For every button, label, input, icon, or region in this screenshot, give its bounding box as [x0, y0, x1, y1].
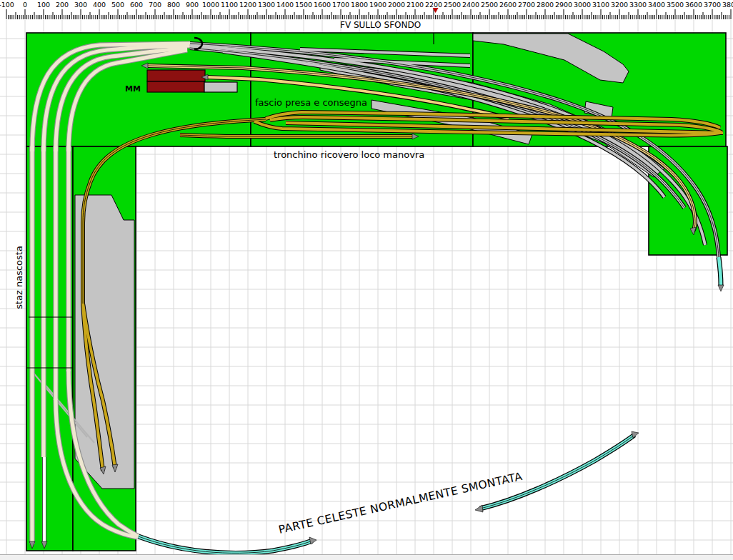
svg-text:200: 200	[56, 1, 69, 9]
svg-text:3100: 3100	[592, 1, 609, 9]
svg-text:2700: 2700	[518, 1, 535, 9]
svg-text:600: 600	[130, 1, 143, 9]
engine-shed-building-2[interactable]	[147, 81, 204, 92]
svg-text:3600: 3600	[685, 1, 702, 9]
svg-text:1800: 1800	[351, 1, 368, 9]
svg-text:2000: 2000	[388, 1, 405, 9]
svg-text:1600: 1600	[314, 1, 331, 9]
svg-text:2600: 2600	[499, 1, 517, 9]
svg-text:1500: 1500	[295, 1, 312, 9]
svg-text:1000: 1000	[202, 1, 219, 9]
label-pickup-delivery-yard[interactable]: fascio presa e consegna	[255, 97, 367, 108]
svg-text:2500: 2500	[481, 1, 498, 9]
svg-text:400: 400	[93, 1, 106, 9]
svg-text:1700: 1700	[332, 1, 349, 9]
svg-text:2100: 2100	[407, 1, 424, 9]
svg-text:1900: 1900	[369, 1, 387, 9]
svg-text:1400: 1400	[276, 1, 294, 9]
pickup-delivery-yard-tracks[interactable]	[83, 112, 723, 471]
svg-text:500: 500	[111, 1, 124, 9]
svg-text:300: 300	[74, 1, 87, 9]
layout-drawing[interactable]: -100010020030040050060070080090010001100…	[0, 0, 733, 560]
svg-text:2400: 2400	[462, 1, 479, 9]
svg-text:-100: -100	[0, 1, 14, 9]
svg-text:3300: 3300	[629, 1, 647, 9]
svg-text:3200: 3200	[611, 1, 628, 9]
svg-text:700: 700	[149, 1, 161, 9]
svg-text:3500: 3500	[667, 1, 684, 9]
label-hidden-station[interactable]: staz nascosta	[14, 245, 24, 311]
status-bar	[0, 554, 733, 560]
svg-text:1200: 1200	[239, 1, 256, 9]
track-planner-canvas[interactable]: -100010020030040050060070080090010001100…	[0, 0, 733, 560]
svg-text:3400: 3400	[648, 1, 665, 9]
platform-building[interactable]	[204, 82, 237, 92]
svg-text:3800: 3800	[722, 1, 733, 9]
svg-text:2500: 2500	[444, 1, 461, 9]
svg-text:3000: 3000	[574, 1, 591, 9]
label-loco-stub-track[interactable]: tronchino ricovero loco manovra	[274, 149, 424, 160]
svg-text:3700: 3700	[704, 1, 721, 9]
svg-text:1300: 1300	[258, 1, 275, 9]
svg-text:900: 900	[186, 1, 199, 9]
horizontal-ruler: -100010020030040050060070080090010001100…	[0, 0, 733, 20]
svg-text:800: 800	[167, 1, 180, 9]
svg-text:1100: 1100	[221, 1, 238, 9]
svg-text:2900: 2900	[555, 1, 572, 9]
svg-text:100: 100	[37, 1, 50, 9]
engine-shed-building[interactable]	[147, 70, 205, 81]
svg-text:2200: 2200	[425, 1, 442, 9]
label-background-note[interactable]: FV SULLO SFONDO	[340, 20, 421, 30]
svg-text:0: 0	[23, 1, 27, 9]
svg-text:2800: 2800	[537, 1, 554, 9]
label-mm[interactable]: MM	[125, 84, 141, 94]
